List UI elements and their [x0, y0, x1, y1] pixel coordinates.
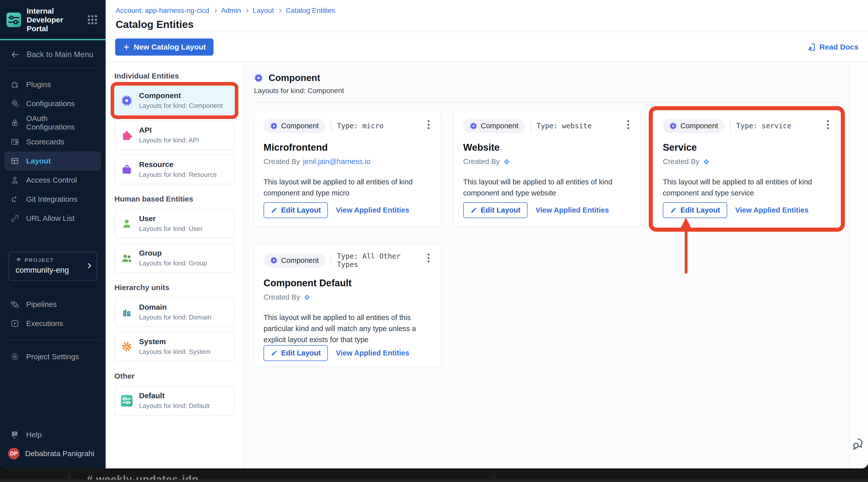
vertical-divider: [730, 120, 731, 132]
vertical-divider: [531, 120, 531, 132]
nav-label: OAuth Configurations: [26, 114, 95, 131]
resource-briefcase-icon: [121, 164, 132, 175]
entity-item-system[interactable]: System Layouts for kind: System: [115, 332, 235, 361]
created-by-row: Created By jenil.jain@harness.io: [264, 157, 432, 166]
layouts-main-area: Component Layouts for kind: Component: [244, 62, 849, 469]
entity-name: Domain: [139, 303, 212, 311]
layout-description: This layout will be applied to all entit…: [264, 312, 427, 345]
sidebar-item-pipelines[interactable]: Pipelines: [4, 295, 101, 314]
avatar: DP: [8, 448, 20, 459]
harness-logo-icon: [503, 158, 511, 166]
sidebar-item-git-integrations[interactable]: Git Integrations: [4, 190, 101, 209]
section-heading: Individual Entities: [115, 72, 235, 80]
sidebar-item-url-allow-list[interactable]: URL Allow List: [4, 209, 101, 228]
project-selector[interactable]: PROJECT community-eng: [8, 251, 97, 281]
edit-layout-label: Edit Layout: [281, 349, 321, 357]
breadcrumb-layout[interactable]: Layout: [253, 6, 274, 14]
breadcrumb-admin[interactable]: Admin: [221, 6, 241, 14]
kebab-menu[interactable]: [426, 252, 432, 264]
sidebar-item-scorecards[interactable]: Scorecards: [4, 132, 101, 151]
entity-item-api[interactable]: API Layouts for kind: API: [115, 120, 235, 150]
view-applied-entities-link[interactable]: View Applied Entities: [535, 206, 609, 214]
view-applied-entities-link[interactable]: View Applied Entities: [735, 206, 809, 214]
type-label: Type: website: [536, 122, 592, 130]
vertical-divider: [331, 254, 332, 266]
card-actions: Edit Layout View Applied Entities: [264, 345, 432, 361]
edit-layout-label: Edit Layout: [481, 206, 521, 214]
card-top-row: Component Type: service: [663, 119, 831, 133]
view-applied-entities-link[interactable]: View Applied Entities: [336, 349, 409, 357]
plus-icon: [123, 43, 130, 51]
feedback-chat-button[interactable]: [851, 436, 866, 451]
pencil-icon: [470, 207, 477, 214]
kind-title: Component: [269, 73, 320, 83]
entity-name: Group: [139, 249, 207, 258]
badge-label: Component: [281, 122, 319, 130]
main-column: Account: app-harness-ng-cicd Admin Layou…: [105, 0, 868, 469]
edit-layout-label: Edit Layout: [281, 206, 321, 214]
entity-name: Default: [139, 391, 210, 400]
entity-desc: Layouts for kind: User: [139, 225, 203, 233]
app-switcher-icon[interactable]: [88, 15, 97, 24]
created-by-label: Created By: [663, 157, 699, 166]
pencil-icon: [271, 350, 278, 357]
type-label: Type: All Other Types: [337, 252, 426, 269]
sidebar-item-layout[interactable]: Layout: [4, 151, 101, 171]
git-branch-icon: [10, 195, 19, 204]
entity-item-resource[interactable]: Resource Layouts for kind: Resource: [115, 155, 235, 184]
read-docs-link[interactable]: Read Docs: [807, 42, 859, 52]
entity-desc: Layouts for kind: Default: [139, 402, 210, 410]
view-applied-entities-link[interactable]: View Applied Entities: [336, 206, 409, 214]
back-to-main-menu[interactable]: Back to Main Menu: [0, 40, 105, 67]
sidebar-item-executions[interactable]: Executions: [4, 314, 101, 333]
type-label: Type: service: [736, 122, 791, 130]
layout-cards-grid: Component Type: micro Microfrontend Crea…: [254, 111, 841, 366]
svg-text:?: ?: [13, 432, 16, 436]
edit-layout-button[interactable]: Edit Layout: [264, 202, 328, 218]
layers-icon: [16, 257, 22, 263]
edit-layout-button[interactable]: Edit Layout: [663, 202, 727, 218]
sidebar-item-configurations[interactable]: Configurations: [4, 94, 101, 113]
created-by-label: Created By: [264, 157, 300, 166]
card-top-row: Component Type: All Other Types: [264, 252, 432, 269]
creator-email-link[interactable]: jenil.jain@harness.io: [303, 157, 370, 166]
layout-title: Website: [463, 142, 631, 153]
kind-badge: Component: [264, 119, 326, 133]
breadcrumb-account[interactable]: Account: app-harness-ng-cicd: [116, 6, 209, 14]
sidebar-item-access-control[interactable]: Access Control: [4, 171, 101, 190]
entity-item-user[interactable]: User Layouts for kind: User: [115, 209, 235, 238]
kebab-menu[interactable]: [625, 119, 631, 130]
entity-item-domain[interactable]: Domain Layouts for kind: Domain: [115, 297, 235, 327]
edit-layout-button[interactable]: Edit Layout: [264, 345, 328, 361]
page-header: Account: app-harness-ng-cicd Admin Layou…: [105, 0, 868, 32]
api-puzzle-icon: [121, 129, 132, 141]
sidebar-item-oauth-configurations[interactable]: OAuth Configurations: [4, 113, 101, 132]
lock-icon: [10, 119, 19, 127]
sidebar-item-plugins[interactable]: Plugins: [4, 75, 101, 94]
user-menu[interactable]: DP Debabrata Panigrahi: [4, 444, 101, 464]
kind-badge: Component: [663, 119, 725, 133]
kebab-menu[interactable]: [426, 119, 432, 130]
sidebar-item-project-settings[interactable]: Project Settings: [4, 347, 101, 366]
nav-label: Plugins: [26, 80, 51, 89]
group-icon: [121, 252, 132, 264]
card-actions: Edit Layout View Applied Entities: [264, 202, 432, 218]
layout-card-website: Component Type: website Website Created …: [454, 111, 641, 227]
nav-label: Scorecards: [26, 138, 64, 146]
chat-bubbles-icon: [851, 436, 866, 451]
entity-kind-panel: Individual Entities Component Layouts fo…: [105, 62, 244, 469]
project-nav: Pipelines Executions: [0, 288, 105, 333]
entity-item-group[interactable]: Group Layouts for kind: Group: [115, 243, 235, 273]
entity-item-default[interactable]: Default Layouts for kind: Default: [115, 386, 235, 415]
right-rail: [849, 62, 868, 469]
edit-layout-button[interactable]: Edit Layout: [463, 202, 528, 218]
new-catalog-layout-button[interactable]: New Catalog Layout: [115, 38, 214, 56]
sidebar-item-help[interactable]: ? Help: [4, 425, 101, 444]
nav-label: Layout: [26, 157, 51, 165]
kebab-menu[interactable]: [825, 119, 831, 130]
entity-name: System: [139, 337, 211, 346]
project-label: PROJECT: [25, 257, 54, 263]
entity-item-component[interactable]: Component Layouts for kind: Component: [115, 86, 235, 115]
breadcrumb-catalog-entities[interactable]: Catalog Entities: [286, 6, 335, 14]
card-actions: Edit Layout View Applied Entities: [463, 202, 631, 218]
